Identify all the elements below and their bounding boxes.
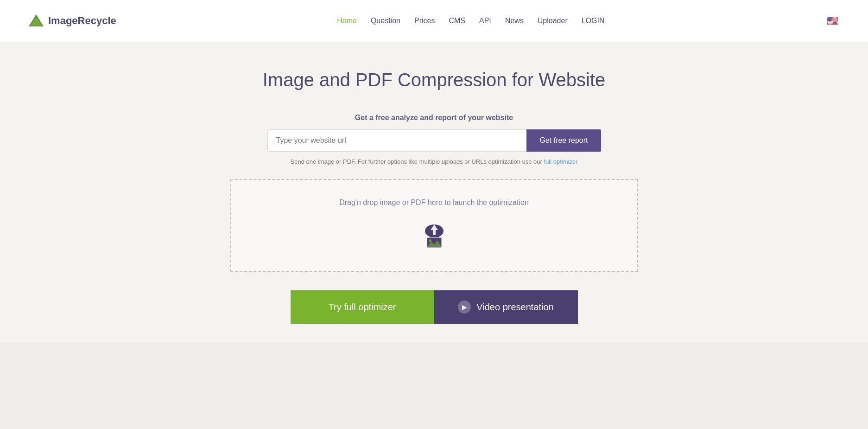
video-presentation-button[interactable]: ▶ Video presentation <box>434 290 578 324</box>
page-title: Image and PDF Compression for Website <box>263 70 606 90</box>
get-report-button[interactable]: Get free report <box>526 129 601 152</box>
logo-text: ImageRecycle <box>48 15 116 27</box>
main-nav: Home Question Prices CMS API News Upload… <box>337 17 604 25</box>
main-content: Image and PDF Compression for Website Ge… <box>0 42 868 342</box>
svg-point-7 <box>429 239 431 242</box>
url-input-row: Get free report <box>267 129 601 152</box>
svg-rect-5 <box>433 229 436 235</box>
video-btn-label: Video presentation <box>476 302 553 313</box>
play-icon: ▶ <box>458 301 471 314</box>
nav-news[interactable]: News <box>505 17 524 25</box>
nav-prices[interactable]: Prices <box>414 17 435 25</box>
nav-api[interactable]: API <box>479 17 491 25</box>
upload-icon <box>416 215 453 252</box>
action-buttons: Try full optimizer ▶ Video presentation <box>291 290 578 324</box>
full-optimizer-link[interactable]: full optimizer <box>544 158 578 165</box>
nav-question[interactable]: Question <box>371 17 400 25</box>
logo[interactable]: ImageRecycle <box>28 13 116 29</box>
drop-zone[interactable]: Drag'n drop image or PDF here to launch … <box>230 179 638 272</box>
analyze-section: Get a free analyze and report of your we… <box>267 114 601 179</box>
analyze-subtitle: Get a free analyze and report of your we… <box>267 114 601 122</box>
nav-login[interactable]: LOGIN <box>582 17 605 25</box>
note-text: Send one image or PDF. For further optio… <box>267 158 601 165</box>
nav-cms[interactable]: CMS <box>449 17 465 25</box>
try-optimizer-button[interactable]: Try full optimizer <box>291 290 434 324</box>
language-selector[interactable]: 🇺🇸 <box>825 13 840 28</box>
logo-icon <box>28 13 44 29</box>
drop-zone-text: Drag'n drop image or PDF here to launch … <box>339 198 529 207</box>
nav-home[interactable]: Home <box>337 17 357 25</box>
header: ImageRecycle Home Question Prices CMS AP… <box>0 0 868 42</box>
url-input[interactable] <box>267 129 527 152</box>
nav-uploader[interactable]: Uploader <box>538 17 568 25</box>
